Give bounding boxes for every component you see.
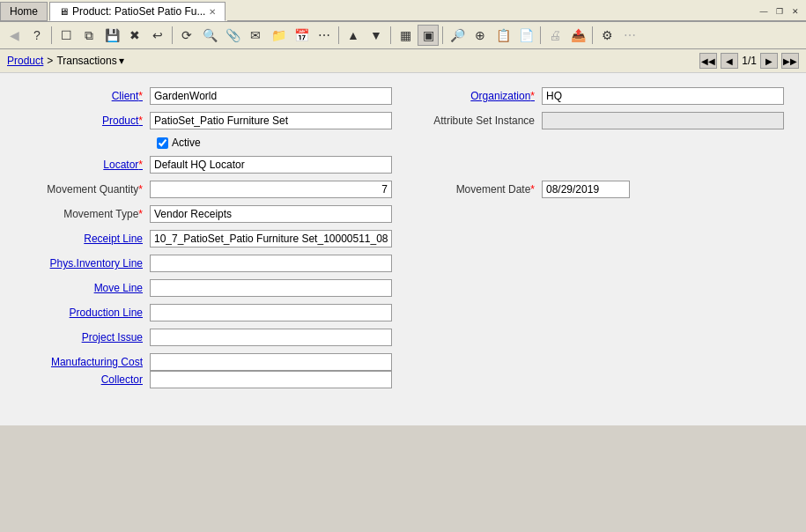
up-btn[interactable]: ▲ [343, 25, 364, 46]
collector-col: Collector [18, 371, 392, 388]
movement-type-col: Movement Type* [18, 205, 392, 223]
movement-qty-input[interactable] [150, 181, 392, 198]
nav-next-btn[interactable]: ▶ [760, 53, 778, 69]
receipt-line-col: Receipt Line [18, 230, 392, 248]
nav-last-btn[interactable]: ▶▶ [781, 53, 799, 69]
client-input[interactable] [150, 87, 392, 105]
note-btn[interactable]: ✉ [245, 25, 266, 46]
minimize-btn[interactable]: — [757, 4, 771, 18]
tab-product[interactable]: 🖥 Product: PatioSet Patio Fu... ✕ [49, 2, 226, 21]
locator-input[interactable] [150, 156, 392, 174]
sep1 [51, 26, 52, 44]
toolbar: ◀ ? ☐ ⧉ 💾 ✖ ↩ ⟳ 🔍 📎 ✉ 📁 📅 ⋯ ▲ ▼ ▦ ▣ 🔎 ⊕ … [0, 22, 806, 49]
delete-btn[interactable]: ✖ [124, 25, 145, 46]
organization-input[interactable] [542, 87, 784, 105]
breadcrumb-bar: Product > Transactions ▾ ◀◀ ◀ 1/1 ▶ ▶▶ [0, 49, 806, 73]
movement-type-input[interactable] [150, 205, 392, 223]
breadcrumb-transactions[interactable]: Transactions ▾ [56, 55, 123, 67]
project-issue-col: Project Issue [18, 329, 392, 346]
zoom-btn[interactable]: ⊕ [470, 25, 491, 46]
organization-label[interactable]: Organization* [427, 90, 542, 102]
window-controls: — ❐ ✕ [753, 3, 806, 21]
sep5 [442, 26, 443, 44]
move-line-row: Move Line [18, 279, 788, 297]
mfg-cost-label-standalone[interactable]: Manufacturing Cost [18, 356, 150, 368]
client-label[interactable]: Client* [18, 90, 150, 102]
print-btn[interactable]: 🖨 [544, 25, 566, 46]
refresh-btn[interactable]: ⟳ [176, 25, 197, 46]
movement-date-label: Movement Date* [427, 183, 542, 196]
attribute-set-label: Attribute Set Instance [427, 115, 542, 127]
mfg-cost-col: Manufacturing Cost [18, 353, 392, 371]
active-checkbox[interactable] [157, 137, 168, 149]
move-line-input[interactable] [150, 279, 392, 297]
grid-btn[interactable]: ▦ [395, 25, 416, 46]
tab-spacer [227, 20, 753, 21]
attribute-set-col: Attribute Set Instance [427, 112, 784, 129]
breadcrumb: Product > Transactions ▾ [7, 55, 124, 67]
product-attr-row: Product* Attribute Set Instance [18, 112, 788, 129]
down-btn[interactable]: ▼ [366, 25, 387, 46]
movement-date-input[interactable] [542, 181, 630, 198]
export-btn[interactable]: 📤 [567, 25, 588, 46]
breadcrumb-dropdown-icon: ▾ [119, 55, 124, 67]
tab-product-label: Product: PatioSet Patio Fu... [72, 5, 205, 18]
organization-col: Organization* [427, 87, 784, 105]
search-btn[interactable]: 🔍 [199, 25, 220, 46]
tab-bar: Home 🖥 Product: PatioSet Patio Fu... ✕ —… [0, 0, 806, 22]
sep3 [338, 26, 339, 44]
client-col: Client* [18, 87, 392, 105]
undo-btn[interactable]: ↩ [147, 25, 168, 46]
active-label: Active [172, 137, 201, 149]
manufacturing-cost-row: Manufacturing Cost [18, 353, 788, 371]
phys-inventory-label[interactable]: Phys.Inventory Line [18, 257, 150, 270]
phys-inventory-input[interactable] [150, 255, 392, 272]
movement-date-col: Movement Date* [427, 181, 630, 198]
movement-qty-date-row: Movement Quantity* Movement Date* [18, 181, 788, 198]
production-line-input[interactable] [150, 304, 392, 321]
attach-btn[interactable]: 📎 [222, 25, 243, 46]
help-btn[interactable]: ? [26, 25, 48, 46]
archive-btn[interactable]: 📁 [268, 25, 289, 46]
doc-btn[interactable]: 📄 [515, 25, 536, 46]
active-row: Active [157, 137, 788, 149]
move-line-label[interactable]: Move Line [18, 282, 150, 294]
collector-label[interactable]: Collector [18, 373, 150, 386]
form-btn[interactable]: ▣ [418, 25, 439, 46]
breadcrumb-separator: > [47, 55, 53, 67]
close-window-btn[interactable]: ✕ [788, 4, 802, 18]
product-label[interactable]: Product* [18, 115, 150, 127]
move-line-col: Move Line [18, 279, 392, 297]
manufacturing-cost-input[interactable] [150, 353, 392, 371]
product-input[interactable] [150, 112, 392, 129]
nav-prev-btn[interactable]: ◀ [721, 53, 738, 69]
project-issue-input[interactable] [150, 329, 392, 346]
nav-first-btn[interactable]: ◀◀ [699, 53, 717, 69]
tab-home[interactable]: Home [0, 2, 48, 21]
restore-btn[interactable]: ❐ [773, 4, 787, 18]
attribute-set-input[interactable] [542, 112, 784, 129]
production-line-label[interactable]: Production Line [18, 307, 150, 319]
save-btn[interactable]: 💾 [101, 25, 122, 46]
extra-btn[interactable]: ⋯ [314, 25, 335, 46]
receipt-line-label[interactable]: Receipt Line [18, 233, 150, 245]
calendar-btn[interactable]: 📅 [291, 25, 312, 46]
report-btn[interactable]: 📋 [492, 25, 514, 46]
settings-btn[interactable]: ⚙ [596, 25, 617, 46]
lookup-btn[interactable]: 🔎 [447, 25, 468, 46]
more-btn[interactable]: ⋯ [619, 25, 640, 46]
breadcrumb-nav: ◀◀ ◀ 1/1 ▶ ▶▶ [699, 53, 799, 69]
receipt-line-input[interactable] [150, 230, 392, 248]
back-btn[interactable]: ◀ [4, 25, 25, 46]
tab-close-btn[interactable]: ✕ [209, 7, 216, 17]
production-line-col: Production Line [18, 304, 392, 321]
production-line-row: Production Line [18, 304, 788, 321]
locator-label[interactable]: Locator* [18, 159, 150, 171]
collector-input[interactable] [150, 371, 392, 388]
form-section: Client* Organization* Product* [18, 87, 788, 388]
collector-row: Collector [18, 371, 788, 388]
copy-btn[interactable]: ⧉ [78, 25, 100, 46]
new-btn[interactable]: ☐ [55, 25, 77, 46]
breadcrumb-product-link[interactable]: Product [7, 55, 43, 67]
project-issue-label[interactable]: Project Issue [18, 331, 150, 344]
